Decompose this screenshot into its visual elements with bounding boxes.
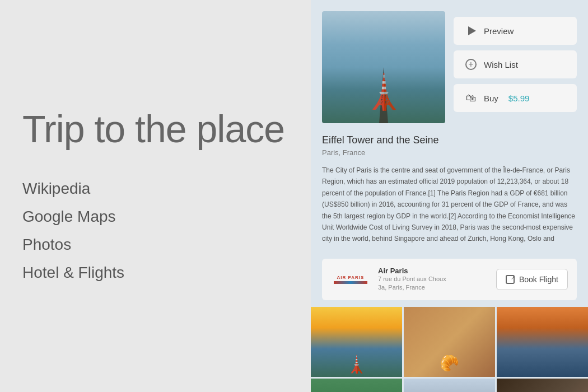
nav-link-photos[interactable]: Photos (22, 234, 311, 256)
airline-section: AIR PARIS Air Paris 7 rue du Pont aux Ch… (322, 259, 577, 300)
photo-bridge (404, 379, 495, 392)
main-title: Trip to the place (22, 108, 311, 150)
top-section: Preview + Wish List 🛍 Buy $5.99 (311, 0, 588, 123)
main-image (322, 11, 445, 123)
buy-label: Buy (484, 94, 498, 103)
buy-price: $5.99 (508, 94, 530, 103)
content-section: Eiffel Tower and the Seine Paris, France… (311, 123, 588, 253)
book-flight-button[interactable]: Book Flight (496, 269, 568, 290)
buy-button[interactable]: 🛍 Buy $5.99 (454, 84, 577, 112)
photo-cell-4[interactable] (311, 379, 402, 392)
external-link-icon (506, 275, 515, 284)
book-flight-label: Book Flight (519, 275, 558, 284)
nav-link-hotel-flights[interactable]: Hotel & Flights (22, 262, 311, 284)
photo-river-sunset (497, 307, 588, 377)
nav-links: Wikipedia Google Maps Photos Hotel & Fli… (22, 178, 311, 284)
photo-cell-2[interactable] (404, 307, 495, 377)
preview-label: Preview (484, 26, 514, 36)
play-icon (465, 25, 477, 37)
photo-croissants (404, 307, 495, 377)
place-title: Eiffel Tower and the Seine (322, 134, 577, 146)
photo-garden (311, 379, 402, 392)
place-subtitle: Paris, France (322, 148, 577, 157)
photo-cell-1[interactable] (311, 307, 402, 377)
photo-food (497, 379, 588, 392)
photo-cell-6[interactable] (497, 379, 588, 392)
plus-circle-icon: + (465, 58, 477, 71)
airline-name: Air Paris (378, 267, 488, 275)
action-buttons: Preview + Wish List 🛍 Buy $5.99 (454, 11, 577, 112)
bag-icon: 🛍 (465, 92, 477, 104)
preview-button[interactable]: Preview (454, 17, 577, 45)
airline-address: 7 rue du Pont aux Choux 3a, Paris, Franc… (378, 275, 488, 292)
photo-cell-3[interactable] (497, 307, 588, 377)
airline-logo-stripe (334, 281, 367, 284)
left-panel: Trip to the place Wikipedia Google Maps … (0, 0, 311, 392)
airline-logo: AIR PARIS (331, 268, 370, 291)
airline-info: Air Paris 7 rue du Pont aux Choux 3a, Pa… (378, 267, 488, 292)
place-description: The City of Paris is the centre and seat… (322, 165, 577, 245)
wishlist-label: Wish List (484, 60, 518, 69)
right-panel: Preview + Wish List 🛍 Buy $5.99 Eiffel T… (311, 0, 588, 392)
airline-logo-text: AIR PARIS (337, 275, 365, 280)
photo-grid (311, 307, 588, 392)
nav-link-google-maps[interactable]: Google Maps (22, 206, 311, 228)
nav-link-wikipedia[interactable]: Wikipedia (22, 178, 311, 200)
wishlist-button[interactable]: + Wish List (454, 50, 577, 78)
photo-cell-5[interactable] (404, 379, 495, 392)
photo-eiffel-sunset (311, 307, 402, 377)
